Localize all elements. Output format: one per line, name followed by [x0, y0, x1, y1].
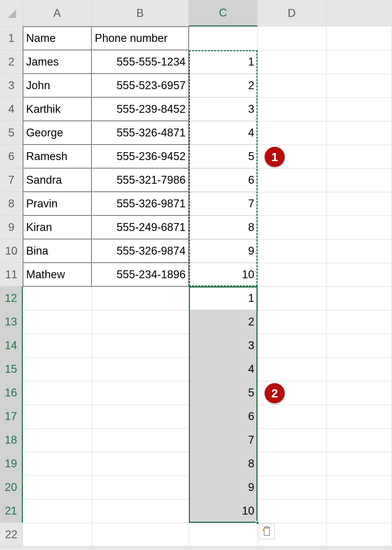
- cell-A10[interactable]: Bina: [23, 239, 92, 263]
- cell-B4[interactable]: 555-239-8452: [92, 97, 189, 121]
- column-header-A[interactable]: A: [23, 0, 92, 26]
- select-all-icon: [7, 9, 16, 18]
- cell-C13[interactable]: 2: [189, 310, 258, 334]
- cell-C21[interactable]: 10: [189, 499, 258, 523]
- row-header-19[interactable]: 19: [0, 452, 23, 476]
- cell-C8[interactable]: 7: [189, 192, 258, 216]
- paste-options-button[interactable]: [259, 524, 275, 539]
- cell-C9[interactable]: 8: [189, 216, 258, 239]
- cell-C5[interactable]: 4: [189, 121, 258, 145]
- column-header-B[interactable]: B: [92, 0, 189, 26]
- cell-A1[interactable]: Name: [23, 26, 92, 50]
- row-header-6[interactable]: 6: [0, 145, 23, 168]
- svg-rect-1: [265, 526, 269, 528]
- cell-C18[interactable]: 7: [189, 428, 258, 452]
- col-label: A: [53, 7, 61, 20]
- cell-C3[interactable]: 2: [189, 74, 258, 97]
- cell-C20[interactable]: 9: [189, 476, 258, 499]
- row-header-22[interactable]: 22: [0, 523, 23, 546]
- cell-A5[interactable]: George: [23, 121, 92, 145]
- row-header-5[interactable]: 5: [0, 121, 23, 145]
- cell-B7[interactable]: 555-321-7986: [92, 168, 189, 192]
- row-header-17[interactable]: 17: [0, 405, 23, 428]
- row-header-9[interactable]: 9: [0, 216, 23, 239]
- cell-C10[interactable]: 9: [189, 239, 258, 263]
- column-header-C[interactable]: C: [189, 0, 258, 26]
- row-header-8[interactable]: 8: [0, 192, 23, 216]
- row-header-3[interactable]: 3: [0, 74, 23, 97]
- cell-C19[interactable]: 8: [189, 452, 258, 476]
- row-header-18[interactable]: 18: [0, 428, 23, 452]
- cell-B8[interactable]: 555-326-9871: [92, 192, 189, 216]
- cell-A7[interactable]: Sandra: [23, 168, 92, 192]
- row-header-21[interactable]: 21: [0, 499, 23, 523]
- cell-C2[interactable]: 1: [189, 50, 258, 74]
- row-header-20[interactable]: 20: [0, 476, 23, 499]
- column-header-D[interactable]: D: [258, 0, 326, 26]
- cell-A6[interactable]: Ramesh: [23, 145, 92, 168]
- cell-B2[interactable]: 555-555-1234: [92, 50, 189, 74]
- cell-C4[interactable]: 3: [189, 97, 258, 121]
- cell-C12[interactable]: 1: [189, 286, 258, 310]
- row-header-2[interactable]: 2: [0, 50, 23, 74]
- col-label: D: [288, 7, 295, 20]
- row-header-15[interactable]: 15: [0, 357, 23, 381]
- cell-B3[interactable]: 555-523-6957: [92, 74, 189, 97]
- col-label: C: [219, 6, 227, 19]
- row-header-13[interactable]: 13: [0, 310, 23, 334]
- cell-C15[interactable]: 4: [189, 357, 258, 381]
- cell-B10[interactable]: 555-326-9874: [92, 239, 189, 263]
- cell-C17[interactable]: 6: [189, 405, 258, 428]
- cell-A8[interactable]: Pravin: [23, 192, 92, 216]
- select-all-corner[interactable]: [0, 0, 23, 26]
- cell-B1[interactable]: Phone number: [92, 26, 189, 50]
- row-header-14[interactable]: 14: [0, 334, 23, 357]
- cell-C11[interactable]: 10: [189, 263, 258, 286]
- cell-C14[interactable]: 3: [189, 334, 258, 357]
- cell-A4[interactable]: Karthik: [23, 97, 92, 121]
- row-header-16[interactable]: 16: [0, 381, 23, 405]
- row-header-1[interactable]: 1: [0, 26, 23, 50]
- callout-2: 2: [265, 383, 285, 403]
- cell-A3[interactable]: John: [23, 74, 92, 97]
- row-header-4[interactable]: 4: [0, 97, 23, 121]
- row-header-11[interactable]: 11: [0, 263, 23, 286]
- cell-B9[interactable]: 555-249-6871: [92, 216, 189, 239]
- svg-rect-0: [264, 527, 270, 536]
- paste-options-icon: [261, 526, 272, 537]
- cell-A11[interactable]: Mathew: [23, 263, 92, 286]
- callout-1: 1: [265, 147, 285, 167]
- cell-A2[interactable]: James: [23, 50, 92, 74]
- cell-B11[interactable]: 555-234-1896: [92, 263, 189, 286]
- cell-A9[interactable]: Kiran: [23, 216, 92, 239]
- col-label: B: [136, 7, 144, 20]
- cell-C16[interactable]: 5: [189, 381, 258, 405]
- cell-B6[interactable]: 555-236-9452: [92, 145, 189, 168]
- cell-C6[interactable]: 5: [189, 145, 258, 168]
- cell-B5[interactable]: 555-326-4871: [92, 121, 189, 145]
- row-header-10[interactable]: 10: [0, 239, 23, 263]
- row-header-12[interactable]: 12: [0, 286, 23, 310]
- cell-C7[interactable]: 6: [189, 168, 258, 192]
- row-header-7[interactable]: 7: [0, 168, 23, 192]
